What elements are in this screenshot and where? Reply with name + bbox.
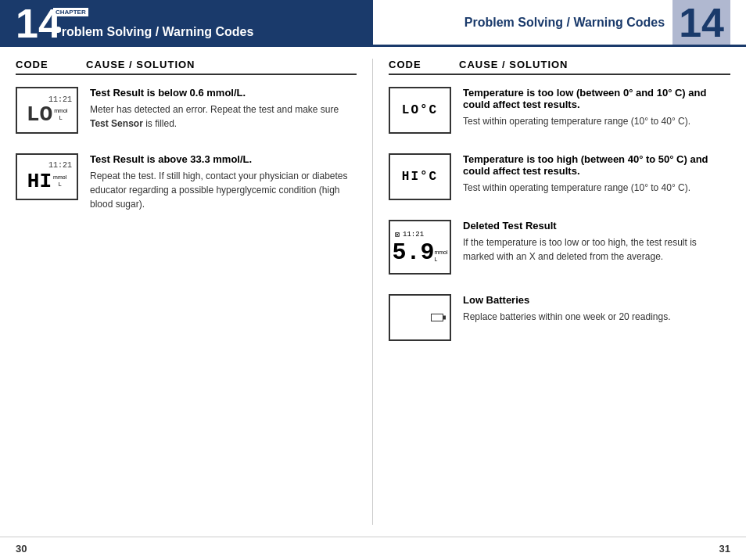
- page-number-left: 30: [16, 543, 27, 555]
- page-footer: 30 31: [0, 537, 746, 560]
- loc-value-row: LO°C: [393, 103, 447, 117]
- deleted-top-row: ⊠ 11:21: [395, 230, 445, 239]
- footer-left: 30: [0, 537, 373, 560]
- hic-cause: Temperature is too high (between 40° to …: [463, 153, 730, 195]
- chapter-tag: CHAPTER: [53, 8, 88, 16]
- lo-cause: Test Result is below 0.6 mmol/L. Meter h…: [90, 87, 357, 131]
- battery-body: Replace batteries within one week or 20 …: [463, 310, 730, 324]
- deleted-unit: mmol L: [434, 249, 447, 263]
- footer-right: 31: [373, 537, 746, 560]
- entry-deleted: ⊠ 11:21 5.9 mmol L Deleted Test Result I…: [389, 220, 730, 275]
- deleted-cause: Deleted Test Result If the temperature i…: [463, 220, 730, 264]
- page-content: CODE CAUSE / SOLUTION 11:21 LO mmol L Te…: [0, 47, 746, 537]
- right-page: CODE CAUSE / SOLUTION LO°C Temperature i…: [373, 59, 730, 525]
- loc-body: Test within operating temperature range …: [463, 114, 730, 128]
- hic-value: HI°C: [402, 170, 438, 184]
- entry-loc: LO°C Temperature is too low (between 0° …: [389, 87, 730, 134]
- left-page: CODE CAUSE / SOLUTION 11:21 LO mmol L Te…: [16, 59, 373, 525]
- header-left-title: Problem Solving / Warning Codes: [53, 25, 253, 39]
- entry-lo: 11:21 LO mmol L Test Result is below 0.6…: [16, 87, 357, 134]
- deleted-body: If the temperature is too low or too hig…: [463, 235, 730, 264]
- deleted-value: 5.9: [392, 241, 434, 264]
- lo-value-row: LO mmol L: [20, 104, 74, 126]
- lo-body: Meter has detected an error. Repeat the …: [90, 102, 357, 131]
- deleted-time: 11:21: [403, 231, 424, 239]
- entry-battery: Low Batteries Replace batteries within o…: [389, 294, 730, 341]
- left-code-label: CODE: [16, 59, 86, 70]
- code-display-hic: HI°C: [389, 153, 451, 200]
- lo-title: Test Result is below 0.6 mmol/L.: [90, 87, 357, 99]
- hic-title: Temperature is too high (between 40° to …: [463, 153, 730, 177]
- hic-value-row: HI°C: [393, 170, 447, 184]
- hi-title: Test Result is above 33.3 mmol/L.: [90, 153, 357, 165]
- hi-value: HI: [27, 170, 52, 193]
- code-display-battery: [389, 294, 451, 341]
- header-right-title: Problem Solving / Warning Codes: [464, 16, 665, 30]
- hi-body: Repeat the test. If still high, contact …: [90, 169, 357, 211]
- hi-value-row: HI mmol L: [20, 170, 74, 193]
- right-cause-label: CAUSE / SOLUTION: [459, 59, 568, 70]
- lo-value: LO: [27, 104, 53, 126]
- page-number-right: 31: [719, 543, 730, 555]
- deleted-title: Deleted Test Result: [463, 220, 730, 232]
- code-display-deleted: ⊠ 11:21 5.9 mmol L: [389, 220, 451, 275]
- code-display-loc: LO°C: [389, 87, 451, 134]
- deleted-display: ⊠ 11:21 5.9 mmol L: [393, 228, 447, 266]
- code-display-hi: 11:21 HI mmol L: [16, 153, 78, 200]
- entry-hic: HI°C Temperature is too high (between 40…: [389, 153, 730, 200]
- header-right: Problem Solving / Warning Codes 14: [373, 0, 746, 47]
- loc-cause: Temperature is too low (between 0° and 1…: [463, 87, 730, 128]
- loc-title: Temperature is too low (between 0° and 1…: [463, 87, 730, 110]
- left-cause-label: CAUSE / SOLUTION: [86, 59, 195, 70]
- entry-hi: 11:21 HI mmol L Test Result is above 33.…: [16, 153, 357, 211]
- chapter-number-right-bg: 14: [672, 0, 730, 45]
- page-header: CHAPTER 14 Problem Solving / Warning Cod…: [0, 0, 746, 47]
- hic-body: Test within operating temperature range …: [463, 181, 730, 195]
- lo-unit: mmol L: [54, 108, 67, 121]
- hi-cause: Test Result is above 33.3 mmol/L. Repeat…: [90, 153, 357, 211]
- code-display-lo: 11:21 LO mmol L: [16, 87, 78, 134]
- battery-display: [393, 312, 447, 323]
- loc-value: LO°C: [402, 103, 438, 117]
- hi-unit: mmol L: [53, 174, 66, 188]
- x-mark: ⊠: [395, 230, 400, 239]
- right-col-header: CODE CAUSE / SOLUTION: [389, 59, 730, 75]
- battery-cause: Low Batteries Replace batteries within o…: [463, 294, 730, 324]
- battery-icon: [431, 314, 443, 321]
- hi-time: 11:21: [48, 161, 72, 170]
- right-code-label: CODE: [389, 59, 459, 70]
- deleted-main-row: 5.9 mmol L: [395, 241, 445, 264]
- battery-title: Low Batteries: [463, 294, 730, 306]
- header-left: CHAPTER 14 Problem Solving / Warning Cod…: [0, 0, 373, 47]
- chapter-number-right: 14: [679, 2, 724, 43]
- left-col-header: CODE CAUSE / SOLUTION: [16, 59, 357, 75]
